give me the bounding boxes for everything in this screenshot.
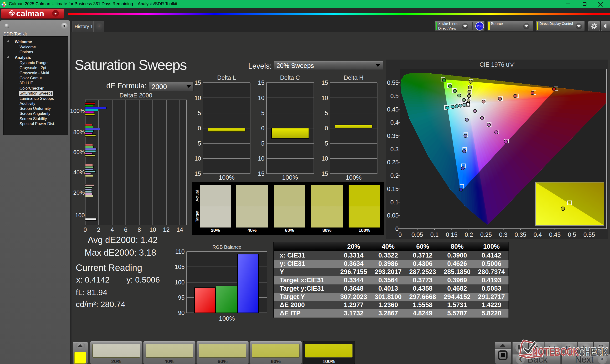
svg-text:0.2: 0.2: [465, 231, 473, 238]
svg-text:20%: 20%: [73, 189, 85, 196]
svg-text:4: 4: [111, 226, 114, 233]
svg-text:90: 90: [178, 310, 185, 316]
svg-text:CHECK: CHECK: [579, 345, 608, 358]
svg-text:0.35: 0.35: [515, 231, 526, 238]
svg-text:15: 15: [322, 79, 328, 86]
svg-text:0.05: 0.05: [412, 231, 423, 238]
svg-text:10: 10: [322, 95, 328, 101]
svg-text:calman: calman: [16, 9, 44, 18]
svg-text:10: 10: [149, 226, 156, 233]
svg-text:0.25: 0.25: [387, 159, 399, 166]
svg-text:95: 95: [178, 294, 185, 301]
svg-text:0.3: 0.3: [390, 146, 399, 153]
svg-text:Delta C: Delta C: [280, 74, 300, 81]
svg-text:-5: -5: [323, 140, 328, 147]
svg-text:100%: 100%: [282, 174, 298, 181]
svg-text:0.15: 0.15: [387, 186, 399, 192]
svg-text:0.15: 0.15: [446, 231, 457, 238]
svg-text:15: 15: [195, 79, 201, 86]
svg-text:0: 0: [325, 125, 328, 131]
svg-text:105: 105: [175, 263, 185, 270]
svg-text:-10: -10: [320, 155, 328, 162]
svg-text:14: 14: [177, 226, 183, 233]
svg-text:0.25: 0.25: [480, 231, 492, 238]
svg-text:100%: 100%: [346, 174, 362, 181]
svg-text:0.5: 0.5: [390, 93, 399, 99]
svg-text:110: 110: [175, 248, 185, 255]
svg-text:0.4: 0.4: [390, 119, 399, 126]
svg-text:8: 8: [138, 226, 141, 233]
svg-text:5: 5: [261, 110, 264, 116]
svg-text:-10: -10: [193, 155, 201, 162]
svg-text:100%: 100%: [70, 108, 85, 114]
svg-text:0.1: 0.1: [390, 199, 399, 206]
svg-text:60%: 60%: [73, 149, 85, 155]
svg-text:15: 15: [258, 79, 264, 86]
svg-text:0.55: 0.55: [583, 231, 595, 238]
svg-text:0: 0: [198, 125, 201, 131]
svg-text:40%: 40%: [73, 169, 85, 176]
svg-text:Delta H: Delta H: [344, 74, 363, 81]
svg-text:-10: -10: [256, 155, 264, 162]
svg-text:0.4: 0.4: [533, 231, 542, 238]
svg-text:10: 10: [195, 95, 201, 101]
svg-text:-15: -15: [256, 170, 264, 177]
svg-text:-15: -15: [320, 170, 328, 177]
svg-text:0.3: 0.3: [499, 231, 507, 238]
svg-text:-5: -5: [259, 140, 264, 147]
svg-text:0.45: 0.45: [549, 231, 561, 238]
svg-text:RGB Balance: RGB Balance: [212, 244, 241, 250]
svg-text:DeltaE 2000: DeltaE 2000: [119, 92, 152, 99]
svg-text:0.2: 0.2: [390, 172, 399, 179]
svg-text:6: 6: [124, 226, 128, 233]
svg-text:5: 5: [198, 110, 201, 116]
svg-text:0.05: 0.05: [387, 212, 399, 219]
svg-text:10: 10: [258, 95, 264, 101]
svg-text:80%: 80%: [73, 129, 85, 135]
svg-text:0: 0: [398, 231, 402, 238]
svg-text:-15: -15: [193, 170, 201, 177]
svg-text:0: 0: [395, 225, 399, 232]
svg-text:-5: -5: [196, 140, 201, 147]
svg-text:100%: 100%: [219, 315, 235, 322]
svg-text:0.45: 0.45: [387, 106, 399, 113]
svg-text:0.55: 0.55: [387, 79, 399, 86]
svg-text:CIE 1976 u'v': CIE 1976 u'v': [480, 61, 514, 68]
svg-text:100: 100: [75, 212, 85, 219]
svg-text:12: 12: [163, 226, 170, 233]
svg-text:0.1: 0.1: [430, 231, 439, 238]
svg-text:100: 100: [175, 279, 185, 286]
svg-text:5: 5: [325, 110, 328, 116]
svg-text:Delta L: Delta L: [217, 74, 236, 81]
svg-text:2: 2: [97, 226, 100, 233]
svg-text:0: 0: [261, 125, 264, 131]
svg-text:100%: 100%: [219, 174, 235, 181]
svg-text:0: 0: [84, 226, 87, 233]
svg-text:0.35: 0.35: [387, 132, 399, 139]
svg-text:0.5: 0.5: [568, 231, 576, 238]
svg-text:NOTEBOOK: NOTEBOOK: [532, 345, 579, 358]
